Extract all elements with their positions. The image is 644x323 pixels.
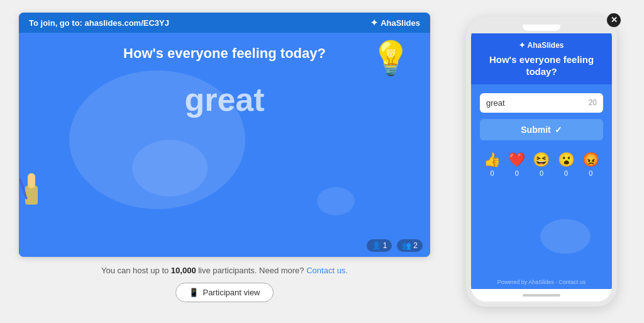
slide-body: 💡 How's everyone feeling today? great: [19, 33, 430, 234]
phone-wrapper: ✕ ✦ AhaSlides How's everyone feeling tod…: [466, 17, 617, 307]
phone-question: How's everyone feeling today?: [480, 54, 603, 78]
reaction-angry[interactable]: 😡 0: [582, 152, 599, 177]
slide-header: To join, go to: ahaslides.com/EC3YJ ✦ Ah…: [19, 13, 430, 33]
phone-reactions: 👍 0 ❤️ 0 😆 0 😮 0: [480, 152, 603, 177]
phone-logo-text: AhaSlides: [527, 41, 564, 50]
logo-text: AhaSlides: [380, 18, 420, 28]
phone-submit-label: Submit: [521, 125, 550, 135]
info-text: You can host up to: [101, 266, 171, 275]
phone-home-bar: [471, 289, 612, 302]
join-text: To join, go to:: [29, 18, 85, 28]
checkmark-icon: ✓: [555, 125, 562, 135]
deco-blob-2: [132, 140, 208, 196]
contact-link[interactable]: Contact us.: [306, 266, 348, 275]
phone-input-row[interactable]: great 20: [480, 93, 603, 113]
right-panel: ✕ ✦ AhaSlides How's everyone feeling tod…: [449, 0, 644, 323]
deco-blob-3: [317, 187, 355, 215]
phone-input-value: great: [486, 98, 505, 108]
slide-footer: 👤 1 👥 2: [19, 234, 430, 257]
reaction-thumbsup[interactable]: 👍 0: [484, 152, 501, 177]
close-button[interactable]: ✕: [607, 13, 621, 27]
participant-badge: 👤 1: [367, 239, 392, 252]
phone-screen-header: ✦ AhaSlides How's everyone feeling today…: [471, 33, 612, 84]
svg-rect-0: [25, 186, 38, 205]
slide-answer: great: [38, 81, 411, 118]
phone-notch: [523, 25, 560, 31]
viewer-badge: 👥 2: [397, 239, 423, 252]
participant-count: 1: [383, 241, 387, 250]
phone-home-indicator: [523, 294, 560, 297]
phone-logo: ✦ AhaSlides: [519, 41, 564, 50]
angry-emoji: 😡: [582, 152, 599, 168]
phone-screen: ✦ AhaSlides How's everyone feeling today…: [471, 33, 612, 289]
phone-powered-by: Powered by AhaSlides · Contact us: [471, 275, 612, 289]
heart-emoji: ❤️: [508, 152, 525, 168]
participant-view-button[interactable]: 📱 Participant view: [175, 283, 273, 302]
reaction-laugh[interactable]: 😆 0: [533, 152, 550, 177]
phone-notch-bar: [471, 22, 612, 33]
person-icon: 👤: [372, 241, 381, 250]
reaction-wow[interactable]: 😮 0: [558, 152, 575, 177]
slide-container: To join, go to: ahaslides.com/EC3YJ ✦ Ah…: [19, 13, 430, 257]
bottom-info: You can host up to 10,000 live participa…: [101, 266, 348, 275]
phone-input-count: 20: [589, 98, 597, 107]
participant-limit: 10,000: [171, 266, 196, 275]
phone-submit-button[interactable]: Submit ✓: [480, 119, 603, 140]
info-text2: live participants. Need more?: [196, 266, 304, 275]
phone-screen-body: great 20 Submit ✓ 👍 0: [471, 84, 612, 275]
hand-left-icon: [19, 167, 57, 222]
left-panel: To join, go to: ahaslides.com/EC3YJ ✦ Ah…: [0, 0, 449, 323]
bulb-icon: 💡: [370, 39, 411, 77]
laugh-emoji: 😆: [533, 152, 550, 168]
close-icon: ✕: [611, 15, 618, 25]
join-info: To join, go to: ahaslides.com/EC3YJ: [29, 18, 169, 28]
slide-logo: ✦ AhaSlides: [370, 18, 420, 28]
thumbsup-emoji: 👍: [484, 152, 501, 168]
slide-question: How's everyone feeling today?: [38, 45, 411, 62]
mobile-icon: 📱: [189, 288, 199, 297]
phone-blob: [540, 219, 591, 254]
viewer-count: 2: [413, 241, 418, 250]
phone-frame: ✦ AhaSlides How's everyone feeling today…: [466, 17, 617, 307]
viewers-icon: 👥: [402, 241, 411, 250]
phone-logo-icon: ✦: [519, 41, 525, 50]
participant-btn-label: Participant view: [203, 288, 260, 297]
reaction-heart[interactable]: ❤️ 0: [508, 152, 525, 177]
join-url: ahaslides.com/EC3YJ: [85, 18, 169, 28]
logo-icon: ✦: [370, 18, 378, 28]
svg-rect-1: [28, 173, 35, 188]
phone-screen-bg: [480, 183, 603, 266]
wow-emoji: 😮: [558, 152, 575, 168]
